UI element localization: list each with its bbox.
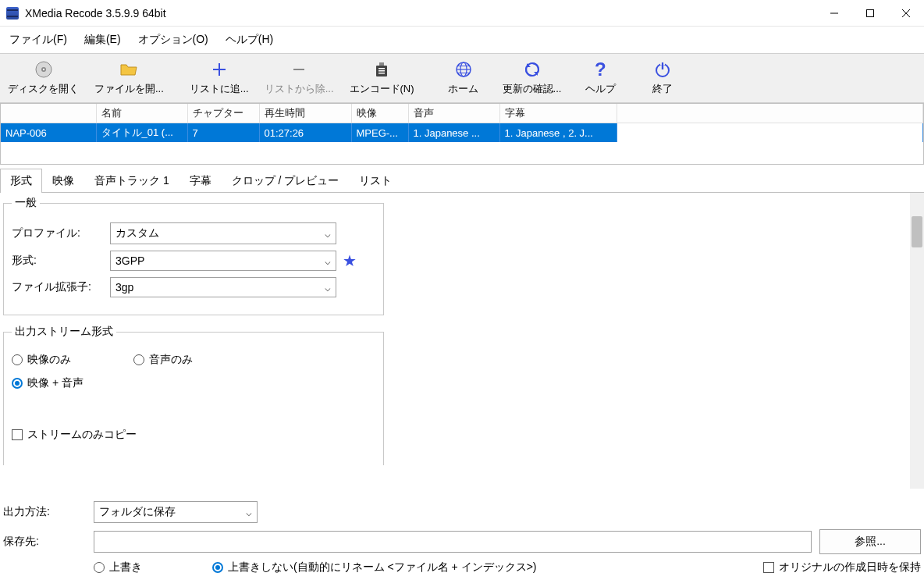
menubar: ファイル(F) 編集(E) オプション(O) ヘルプ(H) — [0, 27, 924, 53]
general-legend: 一般 — [12, 196, 40, 210]
cell-duration: 01:27:26 — [259, 123, 351, 143]
col-subtitle[interactable]: 字幕 — [499, 104, 617, 123]
cell-chapter: 7 — [187, 123, 259, 143]
col-name[interactable]: 名前 — [96, 104, 187, 123]
remove-from-list-button[interactable]: リストから除... — [257, 57, 342, 99]
col-video[interactable]: 映像 — [351, 104, 408, 123]
menu-file[interactable]: ファイル(F) — [2, 30, 75, 50]
open-file-label: ファイルを開... — [94, 82, 164, 96]
general-fieldset: 一般 プロファイル: カスタム 形式: 3GPP ★ ファイル拡張子: 3gp — [3, 196, 384, 315]
scrollbar-thumb[interactable] — [912, 216, 922, 247]
remove-from-list-label: リストから除... — [265, 82, 334, 96]
svg-rect-7 — [293, 69, 304, 70]
menu-help[interactable]: ヘルプ(H) — [218, 30, 281, 50]
tab-video[interactable]: 映像 — [42, 169, 84, 193]
home-button[interactable]: ホーム — [432, 57, 495, 99]
extension-label: ファイル拡張子: — [12, 280, 105, 294]
col-chapter[interactable]: チャプター — [187, 104, 259, 123]
plus-icon — [210, 60, 229, 79]
extension-select[interactable]: 3gp — [110, 277, 336, 297]
output-panel: 出力方法: フォルダに保存 保存先: 参照... 上書き 上書きしない(自動的に… — [0, 489, 924, 587]
radio-overwrite[interactable]: 上書き — [94, 560, 142, 575]
encode-button[interactable]: エンコード(N) — [342, 57, 422, 99]
svg-rect-1 — [867, 9, 874, 16]
refresh-icon — [523, 60, 542, 79]
help-button[interactable]: ? ヘルプ — [569, 57, 631, 99]
profile-label: プロファイル: — [12, 226, 105, 240]
profile-select[interactable]: カスタム — [110, 222, 336, 244]
minus-icon — [290, 60, 308, 79]
help-label: ヘルプ — [585, 82, 616, 96]
output-stream-fieldset: 出力ストリーム形式 映像のみ 音声のみ 映像 + 音声 ストリームのみコピー — [3, 325, 384, 465]
tabstrip: 形式 映像 音声トラック 1 字幕 クロップ / プレビュー リスト — [0, 168, 924, 193]
tab-list[interactable]: リスト — [349, 169, 402, 193]
power-icon — [653, 60, 672, 79]
titlebar: XMedia Recode 3.5.9.9 64bit — [0, 0, 924, 27]
close-button[interactable] — [888, 0, 924, 27]
menu-options[interactable]: オプション(O) — [130, 30, 216, 50]
format-select[interactable]: 3GPP — [110, 251, 336, 271]
tab-audio-track[interactable]: 音声トラック 1 — [84, 169, 179, 193]
col-disc[interactable] — [1, 104, 96, 123]
table-header-row: 名前 チャプター 再生時間 映像 音声 字幕 — [1, 104, 923, 123]
encode-icon — [372, 60, 391, 79]
format-label: 形式: — [12, 254, 105, 268]
svg-rect-12 — [379, 62, 384, 66]
browse-button[interactable]: 参照... — [819, 529, 921, 554]
open-disc-label: ディスクを開く — [8, 82, 79, 96]
folder-icon — [119, 60, 138, 79]
toolbar: ディスクを開く ファイルを開... リストに追... リストから除... — [0, 53, 924, 103]
disc-icon — [34, 60, 53, 79]
open-file-button[interactable]: ファイルを開... — [87, 57, 172, 99]
app-icon — [6, 7, 19, 20]
output-method-select[interactable]: フォルダに保存 — [94, 501, 258, 523]
svg-rect-11 — [378, 73, 385, 74]
tab-crop-preview[interactable]: クロップ / プレビュー — [222, 169, 350, 193]
favorite-icon[interactable]: ★ — [341, 252, 358, 269]
cell-audio: 1. Japanese ... — [408, 123, 499, 143]
output-method-label: 出力方法: — [3, 505, 86, 519]
window-title: XMedia Recode 3.5.9.9 64bit — [25, 7, 166, 20]
col-duration[interactable]: 再生時間 — [259, 104, 351, 123]
tab-content: 一般 プロファイル: カスタム 形式: 3GPP ★ ファイル拡張子: 3gp … — [0, 193, 924, 489]
radio-video-audio[interactable]: 映像 + 音声 — [12, 376, 375, 390]
cell-video: MPEG-... — [351, 123, 408, 143]
check-update-button[interactable]: 更新の確認... — [495, 57, 570, 99]
output-dest-label: 保存先: — [3, 535, 86, 549]
cell-subtitle: 1. Japanese , 2. J... — [499, 123, 617, 143]
radio-no-overwrite[interactable]: 上書きしない(自動的にリネーム <ファイル名 + インデックス>) — [212, 560, 537, 575]
table-row[interactable]: NAP-006 タイトル_01 (... 7 01:27:26 MPEG-...… — [1, 123, 923, 143]
exit-button[interactable]: 終了 — [631, 57, 694, 99]
minimize-button[interactable] — [816, 0, 852, 27]
tab-subtitle[interactable]: 字幕 — [179, 169, 222, 193]
checkbox-stream-copy[interactable]: ストリームのみコピー — [12, 428, 375, 442]
exit-label: 終了 — [652, 82, 673, 96]
question-icon: ? — [591, 60, 609, 79]
tab-format[interactable]: 形式 — [0, 169, 42, 193]
encode-label: エンコード(N) — [350, 82, 414, 96]
check-update-label: 更新の確認... — [503, 82, 562, 96]
col-audio[interactable]: 音声 — [408, 104, 499, 123]
media-table: 名前 チャプター 再生時間 映像 音声 字幕 NAP-006 タイトル_01 (… — [0, 103, 924, 165]
cell-name: タイトル_01 (... — [96, 123, 187, 143]
open-disc-button[interactable]: ディスクを開く — [0, 57, 87, 99]
output-stream-legend: 出力ストリーム形式 — [12, 325, 116, 339]
checkbox-keep-original-date[interactable]: オリジナルの作成日時を保持 — [763, 560, 921, 575]
svg-point-6 — [42, 69, 44, 70]
svg-rect-9 — [378, 68, 385, 69]
home-label: ホーム — [448, 82, 478, 96]
menu-edit[interactable]: 編集(E) — [76, 30, 129, 50]
output-dest-input[interactable] — [94, 531, 812, 553]
vertical-scrollbar[interactable] — [910, 193, 924, 489]
globe-icon — [454, 60, 473, 79]
radio-video-only[interactable]: 映像のみ — [12, 353, 71, 367]
svg-rect-10 — [378, 70, 385, 72]
add-to-list-label: リストに追... — [190, 82, 249, 96]
cell-disc: NAP-006 — [1, 123, 96, 143]
radio-audio-only[interactable]: 音声のみ — [133, 353, 193, 367]
maximize-button[interactable] — [852, 0, 888, 27]
add-to-list-button[interactable]: リストに追... — [182, 57, 257, 99]
